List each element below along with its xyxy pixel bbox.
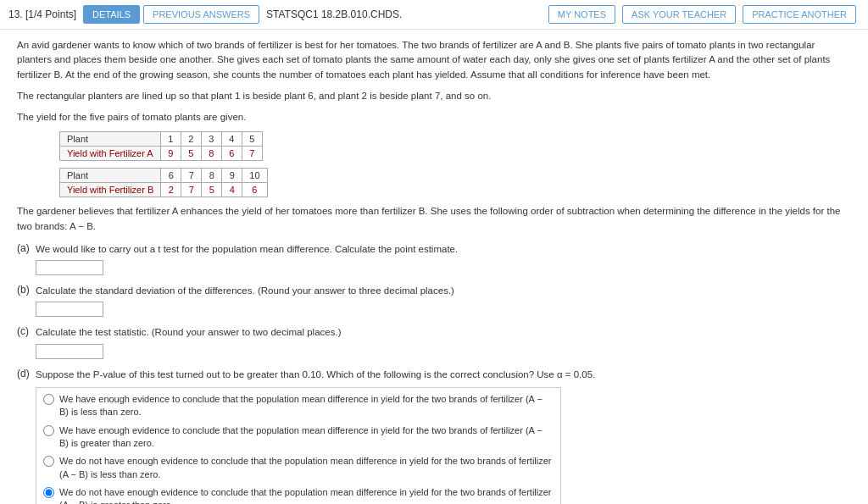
practice-another-button[interactable]: PRACTICE ANOTHER (743, 5, 856, 24)
table1-yield-4: 6 (221, 147, 242, 161)
part-c: (c) Calculate the test statistic. (Round… (17, 325, 851, 340)
radio-label-2: We have enough evidence to conclude that… (59, 424, 554, 451)
radio-option-2[interactable]: We have enough evidence to conclude that… (43, 424, 554, 451)
radio-input-1[interactable] (43, 394, 54, 405)
question-number: 13. [1/4 Points] (8, 8, 76, 20)
header-right-buttons: MY NOTES ASK YOUR TEACHER PRACTICE ANOTH… (548, 5, 860, 24)
table1-col-5: 5 (242, 132, 262, 147)
header: 13. [1/4 Points] DETAILS PREVIOUS ANSWER… (0, 0, 868, 30)
table1-yield-1: 9 (160, 147, 181, 161)
radio-input-3[interactable] (43, 456, 54, 467)
radio-input-4[interactable] (43, 487, 54, 498)
part-c-text: Calculate the test statistic. (Round you… (36, 325, 851, 340)
part-d: (d) Suppose the P-value of this test tur… (17, 368, 851, 382)
table1-col-1: 1 (160, 132, 181, 147)
radio-option-3[interactable]: We do not have enough evidence to conclu… (43, 455, 554, 481)
table1-yield-3: 8 (201, 147, 221, 161)
table1-yield-5: 7 (242, 147, 262, 161)
table2-yield-label: Yield with Fertilizer B (60, 183, 161, 197)
part-d-text: Suppose the P-value of this test turned … (36, 368, 851, 382)
radio-input-2[interactable] (43, 425, 54, 436)
table-fertilizer-a: Plant 1 2 3 4 5 Yield with Fertilizer A … (59, 131, 851, 161)
radio-option-4[interactable]: We do not have enough evidence to conclu… (43, 486, 554, 504)
main-content: An avid gardener wants to know which of … (0, 30, 868, 504)
ask-teacher-button[interactable]: ASK YOUR TEACHER (622, 5, 736, 24)
part-a-text: We would like to carry out a t test for … (36, 242, 851, 257)
table1-yield-2: 5 (181, 147, 201, 161)
table1-plant-header: Plant (60, 132, 161, 147)
table2-col-9: 9 (222, 169, 242, 183)
table2-col-6: 6 (161, 169, 181, 183)
table1-yield-label: Yield with Fertilizer A (60, 147, 161, 161)
part-b-input[interactable] (36, 302, 103, 317)
radio-label-4: We do not have enough evidence to conclu… (59, 486, 554, 504)
part-a: (a) We would like to carry out a t test … (17, 242, 851, 257)
part-c-label: (c) (17, 325, 36, 337)
my-notes-button[interactable]: MY NOTES (548, 5, 615, 24)
radio-group-d: We have enough evidence to conclude that… (36, 387, 561, 504)
problem-text-2: The rectangular planters are lined up so… (17, 89, 851, 103)
table2-yield-9: 4 (222, 183, 242, 197)
previous-answers-button[interactable]: PREVIOUS ANSWERS (143, 5, 259, 24)
table2-col-8: 8 (202, 169, 222, 183)
radio-label-3: We do not have enough evidence to conclu… (59, 455, 554, 481)
radio-label-1: We have enough evidence to conclude that… (59, 393, 554, 419)
problem-text-1: An avid gardener wants to know which of … (17, 38, 851, 82)
table2-yield-8: 5 (202, 183, 222, 197)
table2-yield-6: 2 (161, 183, 181, 197)
part-d-label: (d) (17, 368, 36, 379)
radio-option-1[interactable]: We have enough evidence to conclude that… (43, 393, 554, 419)
part-b-label: (b) (17, 284, 36, 296)
stat-code: STATSQC1 18.2B.010.CHDS. (266, 8, 402, 20)
problem-text-3: The yield for the five pairs of tomato p… (17, 110, 851, 125)
part-a-label: (a) (17, 242, 36, 254)
part-b: (b) Calculate the standard deviation of … (17, 284, 851, 298)
table-fertilizer-b: Plant 6 7 8 9 10 Yield with Fertilizer B… (59, 168, 851, 197)
table2-plant-header: Plant (60, 169, 161, 183)
part-c-input[interactable] (36, 344, 103, 359)
table1-col-2: 2 (181, 132, 201, 147)
table1-col-3: 3 (201, 132, 221, 147)
part-a-input[interactable] (36, 260, 103, 275)
table2-yield-10: 6 (242, 183, 267, 197)
details-button[interactable]: DETAILS (83, 5, 140, 24)
table2-col-10: 10 (242, 169, 267, 183)
part-b-text: Calculate the standard deviation of the … (36, 284, 851, 298)
table2-yield-7: 7 (181, 183, 202, 197)
problem-text-4: The gardener believes that fertilizer A … (17, 204, 851, 234)
table1-col-4: 4 (221, 132, 242, 147)
table2-col-7: 7 (181, 169, 202, 183)
